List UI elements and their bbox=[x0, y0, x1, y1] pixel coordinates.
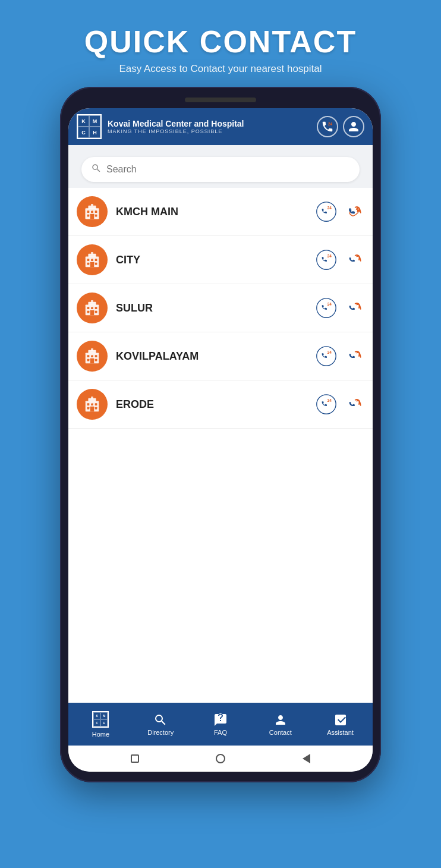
svg-rect-34 bbox=[90, 310, 94, 315]
svg-rect-31 bbox=[95, 307, 97, 309]
page-title: QUICK CONTACT bbox=[84, 24, 357, 59]
svg-text:24: 24 bbox=[327, 254, 332, 258]
svg-point-36 bbox=[317, 298, 336, 317]
hospital-icon-kmch-main: + bbox=[77, 196, 108, 227]
svg-rect-29 bbox=[87, 307, 90, 309]
user-icon-btn[interactable] bbox=[343, 116, 364, 137]
search-input[interactable] bbox=[106, 164, 350, 175]
call-regular-button-kmch-main[interactable] bbox=[343, 201, 364, 222]
directory-icon bbox=[153, 713, 168, 727]
24hr-icon-btn[interactable]: 24 bbox=[317, 116, 338, 137]
call-24-button-sulur[interactable]: 24 bbox=[316, 297, 337, 319]
hospital-name-sulur: SULUR bbox=[116, 302, 307, 315]
hospital-icon-kovilpalayam: + bbox=[77, 341, 108, 372]
call-icons-erode: 24 bbox=[316, 394, 364, 415]
list-item[interactable]: + KMCH MAIN 24 bbox=[68, 188, 373, 236]
hospital-name-header: Kovai Medical Center and Hospital bbox=[108, 119, 311, 128]
nav-label-contact: Contact bbox=[269, 729, 292, 736]
call-24-button-erode[interactable]: 24 bbox=[316, 394, 337, 415]
svg-rect-22 bbox=[90, 262, 94, 267]
svg-rect-41 bbox=[87, 355, 90, 357]
svg-text:24: 24 bbox=[327, 398, 332, 402]
svg-rect-44 bbox=[87, 359, 90, 361]
hospital-icon-sulur: + bbox=[77, 293, 108, 323]
svg-rect-43 bbox=[95, 355, 97, 357]
android-square-btn[interactable] bbox=[129, 753, 141, 765]
android-home-btn[interactable] bbox=[215, 753, 226, 765]
svg-rect-10 bbox=[90, 214, 94, 219]
call-icons-kovilpalayam: 24 bbox=[316, 345, 364, 367]
list-item[interactable]: + SULUR 24 bbox=[68, 284, 373, 332]
page-header: QUICK CONTACT Easy Access to Contact you… bbox=[73, 0, 368, 87]
assistant-icon bbox=[333, 713, 348, 727]
nav-item-directory[interactable]: Directory bbox=[131, 713, 191, 736]
svg-rect-19 bbox=[95, 259, 97, 261]
call-24-button-kmch-main[interactable]: 24 bbox=[316, 201, 337, 222]
call-regular-button-sulur[interactable] bbox=[343, 297, 364, 319]
svg-rect-56 bbox=[87, 407, 90, 410]
svg-rect-7 bbox=[95, 210, 97, 213]
home-logo-icon: K M C H bbox=[92, 711, 109, 728]
svg-point-24 bbox=[317, 250, 336, 269]
svg-rect-28 bbox=[91, 300, 93, 303]
call-regular-button-kovilpalayam[interactable] bbox=[343, 345, 364, 367]
call-24-button-kovilpalayam[interactable]: 24 bbox=[316, 345, 337, 367]
phone-screen: K M C H Kovai Medical Center and Hospita… bbox=[68, 108, 373, 772]
svg-rect-9 bbox=[95, 215, 97, 217]
call-24-button-city[interactable]: 24 bbox=[316, 249, 337, 271]
nav-item-home[interactable]: K M C H Home bbox=[71, 711, 131, 738]
page-subtitle: Easy Access to Contact your nearest hosp… bbox=[84, 63, 357, 75]
hospital-name-kovilpalayam: KOVILPALAYAM bbox=[116, 350, 307, 363]
call-icons-kmch-main: 24 bbox=[316, 201, 364, 222]
hospital-list: + KMCH MAIN 24 bbox=[68, 188, 373, 703]
contact-icon bbox=[273, 713, 288, 727]
building-icon: + bbox=[83, 203, 101, 221]
call-regular-button-city[interactable] bbox=[343, 249, 364, 271]
svg-rect-8 bbox=[87, 215, 90, 217]
app-logo: K M C H bbox=[77, 114, 102, 139]
svg-rect-4 bbox=[91, 204, 93, 206]
svg-rect-46 bbox=[90, 358, 94, 363]
call-icons-sulur: 24 bbox=[316, 297, 364, 319]
svg-rect-32 bbox=[87, 311, 90, 313]
svg-rect-40 bbox=[91, 348, 93, 351]
circle-icon bbox=[216, 754, 225, 763]
list-item[interactable]: + ERODE 24 bbox=[68, 380, 373, 429]
building-icon: + bbox=[83, 395, 101, 413]
phone-device: K M C H Kovai Medical Center and Hospita… bbox=[60, 87, 381, 782]
header-icons-group: 24 bbox=[317, 116, 364, 137]
hospital-name-city: CITY bbox=[116, 254, 307, 266]
bottom-nav: K M C H Home Directory FAQ bbox=[68, 703, 373, 746]
hospital-icon-erode: + bbox=[77, 389, 108, 420]
nav-label-home: Home bbox=[92, 731, 109, 738]
svg-rect-45 bbox=[95, 359, 97, 361]
hospital-icon-city: + bbox=[77, 244, 108, 275]
nav-label-assistant: Assistant bbox=[327, 729, 354, 736]
nav-label-faq: FAQ bbox=[214, 729, 227, 736]
nav-item-contact[interactable]: Contact bbox=[250, 713, 310, 736]
svg-point-12 bbox=[317, 202, 336, 221]
svg-text:24: 24 bbox=[327, 302, 332, 306]
hospital-name-erode: ERODE bbox=[116, 398, 307, 411]
svg-text:24: 24 bbox=[327, 206, 332, 210]
svg-rect-20 bbox=[87, 263, 90, 265]
hospital-name-kmch-main: KMCH MAIN bbox=[116, 206, 307, 218]
svg-text:24: 24 bbox=[327, 350, 332, 354]
nav-item-faq[interactable]: FAQ bbox=[191, 713, 251, 736]
search-bar[interactable] bbox=[81, 157, 360, 182]
svg-point-60 bbox=[317, 395, 336, 414]
nav-item-assistant[interactable]: Assistant bbox=[310, 713, 370, 736]
android-back-btn[interactable] bbox=[300, 753, 312, 765]
android-nav-bar bbox=[68, 746, 373, 772]
svg-point-48 bbox=[317, 347, 336, 366]
svg-rect-52 bbox=[91, 397, 93, 399]
phone-notch bbox=[185, 98, 256, 102]
list-item[interactable]: + CITY 24 bbox=[68, 236, 373, 284]
svg-rect-16 bbox=[91, 252, 93, 254]
list-item[interactable]: + KOVILPALAYAM 24 bbox=[68, 332, 373, 380]
building-icon: + bbox=[83, 347, 101, 365]
call-regular-button-erode[interactable] bbox=[343, 394, 364, 415]
svg-rect-58 bbox=[90, 407, 94, 411]
phone-24-header-icon: 24 bbox=[321, 120, 334, 133]
nav-label-directory: Directory bbox=[147, 729, 174, 736]
